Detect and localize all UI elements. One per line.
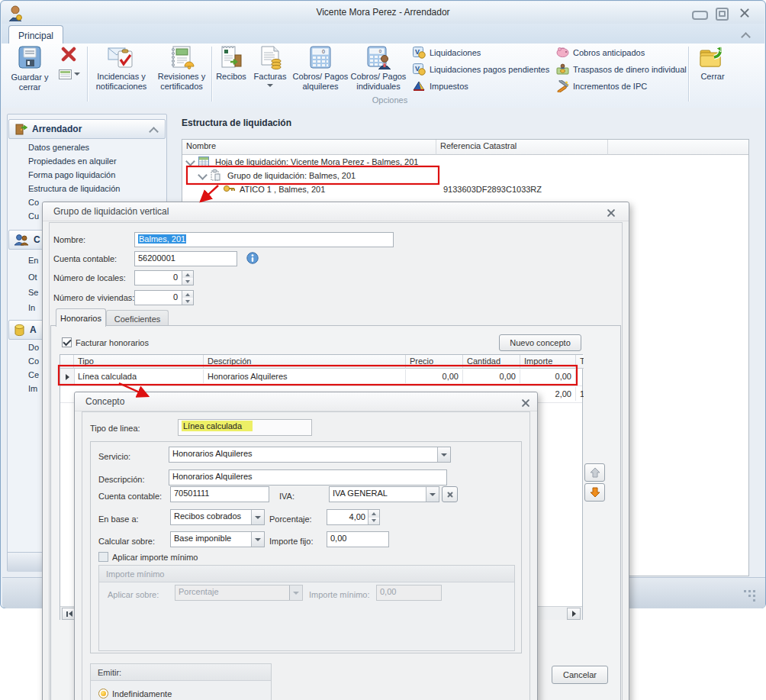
grid-col-importe[interactable]: Importe: [520, 355, 576, 369]
mail-check-icon: [108, 45, 135, 69]
liquidaciones-label: Liquidaciones: [430, 48, 481, 57]
move-up-button[interactable]: [584, 463, 605, 482]
cuenta-contable-input[interactable]: 70501111: [170, 486, 269, 502]
cuenta-contable-input[interactable]: 56200001: [134, 251, 237, 266]
porcentaje-spinner[interactable]: [368, 510, 379, 524]
impuestos-button[interactable]: Impuestos: [413, 80, 468, 92]
grid-col-truncated[interactable]: T: [576, 355, 584, 369]
facturas-button[interactable]: Facturas: [249, 45, 291, 87]
liquidaciones-icon: V: [413, 47, 426, 59]
dialog-concepto-titlebar[interactable]: Concepto: [75, 392, 537, 411]
grid-col-cantidad[interactable]: Cantidad: [463, 355, 520, 369]
iva-value: IVA GENERAL: [333, 489, 388, 498]
liquidaciones-button[interactable]: V Liquidaciones: [413, 47, 481, 59]
cerrar-button[interactable]: Cerrar: [692, 45, 733, 82]
viviendas-spinner[interactable]: [182, 291, 193, 305]
chevron-down-icon: [74, 73, 80, 76]
tree-col-nombre[interactable]: Nombre: [182, 140, 436, 155]
table-row[interactable]: Línea calculada Honorarios Alquileres 0,…: [60, 369, 582, 386]
nuevo-concepto-button[interactable]: Nuevo concepto: [499, 334, 581, 351]
ipc-button[interactable]: Incrementos de IPC: [556, 80, 647, 92]
locales-input[interactable]: 0: [134, 270, 194, 285]
table-row[interactable]: Grupo de liquidación: Balmes, 201: [182, 169, 748, 182]
en-base-a-combo[interactable]: Recibos cobrados: [170, 509, 265, 525]
cancel-label: Cancelar: [563, 670, 597, 679]
cobros-individuales-button[interactable]: 0 Cobros/ Pagos individuales: [350, 45, 407, 92]
traspasos-button[interactable]: Traspasos de dinero individual: [556, 63, 687, 75]
ribbon-tabstrip: [2, 24, 764, 44]
grid-col-precio[interactable]: Precio: [406, 355, 463, 369]
chevron-down-icon[interactable]: [251, 532, 264, 547]
resize-grip[interactable]: [744, 590, 756, 602]
tipo-linea-field[interactable]: Línea calculada: [178, 419, 312, 436]
close-window-button[interactable]: [739, 7, 750, 18]
nuevo-concepto-label: Nuevo concepto: [510, 338, 571, 347]
ribbon-collapse-button[interactable]: [739, 30, 753, 40]
servicio-combo[interactable]: Honorarios Alquileres: [169, 447, 451, 463]
scroll-right-button[interactable]: [567, 608, 581, 620]
nombre-input[interactable]: Balmes, 201: [134, 232, 394, 247]
tab-coeficientes-label: Coeficientes: [114, 315, 161, 324]
indefinidamente-radio[interactable]: [98, 689, 108, 698]
table-row[interactable]: ATICO 1 , Balmes, 201 9133603DF2893C1033…: [182, 182, 748, 196]
grid-col-descripcion[interactable]: Descripción: [204, 355, 406, 369]
locales-label: Número de locales:: [53, 273, 126, 282]
sidebar-group-arrendador[interactable]: Arrendador: [8, 119, 166, 139]
importe-minimo-input[interactable]: 0,00: [376, 585, 442, 601]
info-icon[interactable]: [246, 252, 259, 264]
liquidaciones-pendientes-button[interactable]: V Liquidaciones pagos pendientes: [413, 63, 549, 76]
close-dialog-button[interactable]: [520, 397, 531, 408]
iva-clear-button[interactable]: [442, 486, 458, 502]
delete-button[interactable]: [60, 47, 79, 63]
restore-button[interactable]: [716, 8, 729, 21]
traspasos-label: Traspasos de dinero individual: [573, 65, 687, 74]
facturar-checkbox[interactable]: [62, 337, 72, 347]
tab-principal[interactable]: Principal: [8, 25, 63, 45]
close-dialog-button[interactable]: [606, 207, 616, 218]
dialog-concepto: Concepto Tipo de linea: Línea calculada …: [74, 392, 538, 700]
minimize-button[interactable]: [692, 11, 708, 20]
expand-chevron-icon[interactable]: [198, 170, 208, 180]
revisiones-button[interactable]: Revisiones y certificados: [153, 45, 210, 92]
porcentaje-input[interactable]: 4,00: [327, 509, 380, 525]
tree-col-blank[interactable]: [608, 140, 748, 155]
chevron-down-icon[interactable]: [426, 487, 439, 502]
chevron-down-icon[interactable]: [251, 510, 264, 524]
table-row[interactable]: Hoja de liquidación: Vicente Mora Perez …: [182, 155, 748, 169]
arrow-down-icon: [590, 487, 600, 498]
sidebar-item-propiedades[interactable]: Propiedades en alquiler: [28, 156, 163, 166]
tree-col-referencia[interactable]: Referencia Catastral: [436, 140, 608, 155]
ribbon-group-label: Opciones: [329, 95, 451, 105]
cancel-button[interactable]: Cancelar: [552, 666, 608, 684]
titlebar[interactable]: Vicente Mora Perez - Arrendador: [2, 2, 764, 24]
chevron-down-icon: [267, 84, 273, 87]
descripcion-input[interactable]: Honorarios Alquileres: [169, 469, 447, 485]
layout-dropdown-button[interactable]: [57, 67, 82, 81]
ipc-tools-icon: [556, 80, 569, 92]
recibos-button[interactable]: Recibos: [214, 45, 248, 82]
calcular-sobre-combo[interactable]: Base imponible: [170, 531, 265, 547]
iva-combo[interactable]: IVA GENERAL: [329, 486, 439, 502]
aplicar-sobre-combo[interactable]: Porcentaje: [175, 585, 303, 601]
viviendas-input[interactable]: 0: [134, 290, 194, 305]
move-down-button[interactable]: [584, 483, 605, 502]
expand-chevron-icon[interactable]: [185, 156, 195, 166]
sidebar-item-estructura[interactable]: Estructura de liquidación: [28, 184, 163, 193]
incidencias-button[interactable]: Incidencias y notificaciones: [91, 45, 152, 92]
chevron-down-icon[interactable]: [437, 447, 450, 462]
tab-coeficientes[interactable]: Coeficientes: [106, 310, 169, 327]
sidebar-item-forma-pago[interactable]: Forma pago liquidación: [28, 170, 163, 179]
cobros-anticipados-button[interactable]: Cobros anticipados: [556, 47, 645, 58]
cobros-alquileres-button[interactable]: 0 Cobros/ Pagos alquileres: [292, 45, 349, 92]
arrow-up-icon: [590, 467, 600, 478]
save-close-button[interactable]: Guardar y cerrar: [8, 45, 51, 92]
importe-fijo-input[interactable]: 0,00: [327, 531, 389, 547]
tab-honorarios[interactable]: Honorarios: [56, 308, 106, 327]
ribbon-separator: [688, 47, 689, 102]
grid-col-tipo[interactable]: Tipo: [74, 355, 204, 369]
sidebar-item-datos-generales[interactable]: Datos generales: [28, 143, 163, 152]
dialog-grupo-titlebar[interactable]: Grupo de liquidación vertical: [43, 202, 629, 221]
locales-spinner[interactable]: [182, 271, 193, 285]
aplicar-minimo-checkbox[interactable]: [98, 552, 108, 562]
receipt-icon: [220, 45, 243, 69]
